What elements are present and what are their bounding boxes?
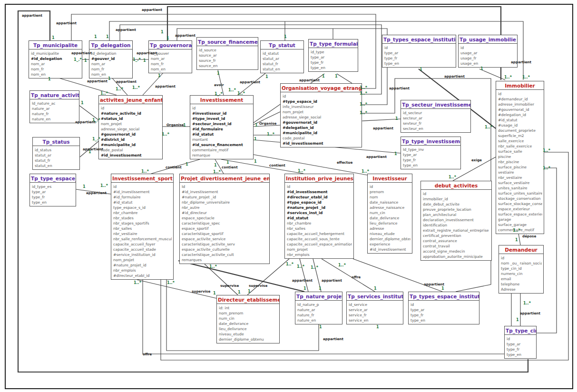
entity-projet-divertissement-jeune-enfant[interactable]: Projet_divertissement_jeune_enfantId#id_… xyxy=(179,174,270,264)
entity-attribute-list: Id#id_investissement#nature_projet _idnb… xyxy=(180,183,269,264)
entity-attribute: Id_type_inv xyxy=(403,147,459,152)
entity-attribute-list: idusage_arusage_frusage_en xyxy=(459,44,517,67)
entity-attribute: espace_exterieur xyxy=(498,206,542,212)
entity-attribute: source_fr xyxy=(199,58,256,63)
entity-attribute: service_fr xyxy=(349,313,401,318)
entity-tp-delegation[interactable]: Tp_delegationid_delegation#gouver_idnom_… xyxy=(89,40,133,78)
entity-attribute: id xyxy=(287,184,352,189)
entity-investisseur[interactable]: Investisseuridprenomnomdate_naissanceadr… xyxy=(367,174,412,254)
entity-attribute: unites_sanitaire xyxy=(498,186,542,191)
entity-attribute: salle_exercice xyxy=(498,138,542,144)
entity-attribute: date_delivrance xyxy=(370,216,411,221)
connector-line xyxy=(337,74,352,83)
entity-attribute: code_postal xyxy=(101,147,161,153)
entity-attribute: nature_fr xyxy=(32,111,78,117)
entity-tp-statut[interactable]: Tp_statutid_statutstatut_arstatut_frstat… xyxy=(260,40,304,73)
entity-attribute: type_ar xyxy=(411,307,478,313)
entity-attribute: adresse_siege_social xyxy=(283,115,360,120)
entity-title: Tp_types_espace_institution xyxy=(409,292,479,301)
entity-attribute: usage_fr xyxy=(460,56,516,61)
entity-attribute: num_cin xyxy=(370,210,411,216)
entity-attribute: caracteristique_activite_cult xyxy=(182,252,268,257)
entity-attribute: #gouvernorat_id xyxy=(498,107,542,112)
entity-tp-services-institution[interactable]: Tp_services_institutionid_serviceservice… xyxy=(346,292,403,324)
entity-tp-status[interactable]: Tp_statusid_statusstatut_arstatut_frstat… xyxy=(32,137,80,170)
entity-attribute: nom_en xyxy=(151,67,190,72)
entity-tp-nature-projet[interactable]: Tp_nature_projetId_nature_pnature_arnatu… xyxy=(295,292,342,324)
entity-attribute: superficie_m2 xyxy=(498,133,542,138)
entity-investissement[interactable]: Investissementid#investisseur_id#type_in… xyxy=(190,95,254,159)
entity-attribute: type_en xyxy=(384,61,454,66)
entity-attribute-list: idprenomnomdate_naissanceadresse_naissan… xyxy=(368,183,412,253)
entity-attribute: id xyxy=(507,336,535,342)
entity-attribute: approbation_autorite_minicipale xyxy=(423,254,490,259)
entity-tp-type-espace-s[interactable]: Tp_type_espace_sid_type_estype_artype_fr… xyxy=(29,174,76,206)
entity-debut-activites[interactable]: debut_activitesidimmobilier_iddate_debut… xyxy=(421,181,492,261)
entity-attribute: Adresse xyxy=(501,287,542,292)
entity-attribute: nom_projet xyxy=(287,247,352,252)
entity-title: Demandeur xyxy=(499,245,543,254)
entity-attribute: type_fr xyxy=(411,313,478,318)
entity-attribute: #nature_projet _id xyxy=(182,195,268,200)
entity-attribute-list: id_municipalite#id_delegationnom_arnom_f… xyxy=(29,49,82,78)
entity-attribute: espace_spectacle xyxy=(182,216,268,221)
entity-attribute: #id_statut xyxy=(192,132,252,137)
entity-attribute: #services_inst_id xyxy=(287,210,352,216)
entity-directeur-etablissement[interactable]: Directeur_etablissementid: intnom_prenom… xyxy=(216,295,280,343)
entity-investissement-sport[interactable]: Investissement_sportid#id_investissement… xyxy=(111,174,174,280)
entity-attribute-list: id_delegation#gouver_idnom_arnom_frnom_e… xyxy=(89,49,132,78)
entity-attribute: nom_fr xyxy=(31,67,80,72)
entity-title: Investissement_sport xyxy=(111,174,173,183)
entity-tp-type-cin[interactable]: Tp_type_cinidtype_artype_frtype_en xyxy=(504,326,537,359)
entity-attribute: capacite_accueil_stade xyxy=(113,247,172,252)
entity-title: Tp_type_formulaire xyxy=(309,39,358,48)
entity-attribute: nature_en xyxy=(297,318,341,323)
entity-attribute: usage_ar xyxy=(460,50,516,56)
entity-attribute: nom_prenom xyxy=(219,311,278,316)
connector-line xyxy=(205,264,238,295)
entity-attribute: id_service xyxy=(349,302,401,307)
entity-tp-type-investissement[interactable]: Tp_type_investissementId_type_invtype_ar… xyxy=(401,137,461,169)
entity-attribute: statut_en xyxy=(263,67,302,72)
entity-attribute: #id_investissement xyxy=(101,153,161,158)
entity-activites-jeune-enfant[interactable]: activites_jeune_enfantid#nature_activite… xyxy=(98,95,163,159)
entity-attribute: #nature_projet_id xyxy=(113,263,172,268)
connector-line xyxy=(143,72,164,95)
connector-line xyxy=(518,234,520,245)
entity-attribute: dernier_diplome_obtenu xyxy=(219,337,278,342)
entity-attribute-list: idimmobilier_iddate_debut_activitepreuve… xyxy=(421,190,491,260)
entity-attribute: extrait_registre_national_entreprise xyxy=(423,228,490,233)
connector-line xyxy=(218,70,224,95)
entity-tp-types-espace-institution-bottom[interactable]: Tp_types_espace_institutionidtype_artype… xyxy=(408,292,479,324)
entity-attribute: id xyxy=(101,106,161,111)
entity-demandeur[interactable]: Demandeuridnom _ou_ raison_socialetype_c… xyxy=(499,245,544,294)
entity-attribute: id_type_es xyxy=(32,184,74,189)
entity-attribute: commentaire_motif xyxy=(192,147,252,153)
entity-title: Tp_secteur_investissement xyxy=(401,100,470,109)
entity-tp-nature-activite[interactable]: Tp_nature_activiteId_nature_acnature_arn… xyxy=(29,90,79,123)
entity-title: debut_activites xyxy=(421,181,491,190)
entity-title: Investisseur xyxy=(368,174,412,183)
entity-title: Tp_statut xyxy=(261,41,303,49)
entity-tp-gouvernorat[interactable]: Tp_gouvernoratid_gouvernom_arnom_frnom_e… xyxy=(148,40,192,73)
entity-attribute: num_cin xyxy=(219,316,278,321)
entity-attribute-list: id_statutstatut_arstatut_frstatut_en xyxy=(261,49,303,73)
entity-tp-types-espace-institution-top[interactable]: Tp_types_espace_institutionidtype_artype… xyxy=(382,35,456,68)
entity-attribute: service_ar xyxy=(349,307,401,313)
entity-attribute: Id_nature_p xyxy=(297,302,341,307)
entity-attribute: nbr_stades xyxy=(113,216,172,221)
entity-attribute: niveau_etude xyxy=(219,332,278,337)
entity-attribute: caracteristique_sportif xyxy=(182,231,268,236)
entity-immobilier[interactable]: Immobilierid#demandeur_idadresse_immobil… xyxy=(496,81,544,234)
entity-tp-type-formulaire[interactable]: Tp_type_formulaireid_typetype_artype_frt… xyxy=(308,39,358,72)
entity-tp-municipalite[interactable]: Tp_municipaliteid_municipalite#id_delega… xyxy=(29,40,82,78)
entity-attribute: #id_statut xyxy=(113,200,172,205)
entity-institution-prive-jeunesse[interactable]: Institution_prive_jeunesseid#id_investis… xyxy=(284,174,354,259)
entity-tp-source-financement[interactable]: Tp_source_financementid_sourcesource_ars… xyxy=(196,37,258,70)
entity-organisation-voyage-etranger[interactable]: Organisation_voyage_etrangerid#type_espa… xyxy=(280,83,362,147)
entity-tp-secteur-investissement[interactable]: Tp_secteur_investissementid_secteursecte… xyxy=(401,100,471,133)
entity-attribute: commentaire_motif xyxy=(498,227,542,233)
entity-attribute: #demandeur_id xyxy=(498,97,542,102)
entity-attribute: type_en xyxy=(403,163,459,168)
entity-tp-usage-immobilie[interactable]: Tp_usage_immobilieidusage_arusage_frusag… xyxy=(458,35,518,68)
